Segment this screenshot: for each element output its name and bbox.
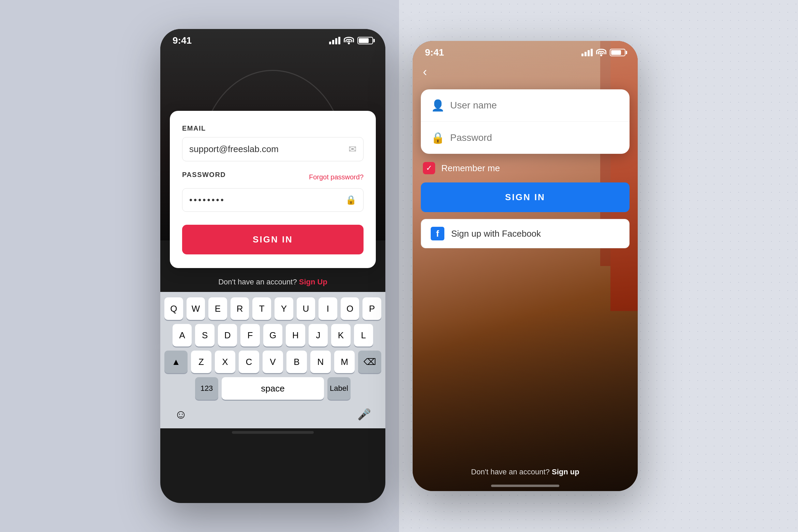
emoji-icon[interactable]: ☺	[175, 407, 187, 422]
status-icons-right	[581, 49, 625, 56]
key-o[interactable]: O	[341, 297, 359, 320]
key-u[interactable]: U	[297, 297, 315, 320]
signal-icon	[329, 37, 340, 44]
login-card-left: EMAIL ✉ PASSWORD Forgot password? ••••••…	[170, 111, 376, 268]
email-field-group: EMAIL ✉	[182, 124, 364, 161]
key-t[interactable]: T	[252, 297, 271, 320]
key-s[interactable]: S	[195, 324, 214, 346]
key-q[interactable]: Q	[164, 297, 183, 320]
label-key[interactable]: Label	[327, 377, 351, 400]
space-key[interactable]: space	[222, 377, 324, 400]
email-icon: ✉	[349, 144, 356, 155]
bottom-account-text: Don't have an account? Sign up	[413, 461, 638, 482]
remember-checkbox[interactable]: ✓	[423, 162, 435, 174]
key-h[interactable]: H	[286, 324, 305, 346]
keyboard-row4: 123 space Label	[164, 377, 381, 400]
key-z[interactable]: Z	[191, 351, 211, 373]
home-indicator-left	[232, 431, 314, 434]
key-m[interactable]: M	[334, 351, 355, 373]
email-input-row[interactable]: ✉	[182, 137, 364, 161]
key-w[interactable]: W	[187, 297, 205, 320]
key-r[interactable]: R	[231, 297, 249, 320]
battery-icon-right	[610, 49, 625, 56]
shift-key[interactable]: ▲	[164, 351, 188, 373]
key-g[interactable]: G	[263, 324, 282, 346]
user-icon: 👤	[431, 99, 443, 112]
status-bar-left: 9:41	[160, 29, 385, 49]
wifi-icon-right	[596, 49, 606, 56]
key-x[interactable]: X	[215, 351, 235, 373]
status-icons-left	[329, 37, 373, 44]
password-dots: ••••••••	[189, 195, 225, 205]
password-input-row[interactable]: •••••••• 🔒	[182, 188, 364, 212]
login-card-right: 👤 🔒	[421, 89, 630, 154]
facebook-button[interactable]: f Sign up with Facebook	[421, 219, 630, 248]
email-label: EMAIL	[182, 124, 364, 132]
wifi-icon	[344, 37, 354, 44]
remember-row[interactable]: ✓ Remember me	[413, 154, 638, 182]
key-y[interactable]: Y	[275, 297, 293, 320]
forgot-password-link[interactable]: Forgot password?	[309, 173, 364, 181]
keyboard-row1: Q W E R T Y U I O P	[164, 297, 381, 320]
facebook-icon: f	[431, 227, 444, 240]
password-header: PASSWORD Forgot password?	[182, 171, 364, 183]
password-label: PASSWORD	[182, 171, 226, 179]
keyboard-row3: ▲ Z X C V B N M ⌫	[164, 351, 381, 373]
key-n[interactable]: N	[310, 351, 331, 373]
sign-in-button-left[interactable]: SIGN IN	[182, 225, 364, 254]
time-left: 9:41	[173, 35, 192, 46]
username-field[interactable]: 👤	[421, 89, 630, 122]
keyboard: Q W E R T Y U I O P A S D F G H J K	[160, 292, 385, 428]
delete-key[interactable]: ⌫	[358, 351, 381, 373]
signup-link-left[interactable]: Sign Up	[299, 278, 327, 286]
key-p[interactable]: P	[363, 297, 381, 320]
remember-label: Remember me	[441, 163, 500, 174]
time-right: 9:41	[425, 47, 444, 58]
phone-left: 9:41 EMAIL ✉	[160, 29, 385, 503]
key-i[interactable]: I	[319, 297, 337, 320]
key-d[interactable]: D	[218, 324, 237, 346]
account-text-left: Don't have an account? Sign Up	[218, 278, 327, 286]
email-input[interactable]	[189, 144, 344, 154]
signal-icon-right	[581, 49, 593, 56]
key-e[interactable]: E	[208, 297, 227, 320]
home-indicator-right	[491, 485, 559, 487]
back-button[interactable]: ‹	[413, 61, 638, 83]
username-input[interactable]	[450, 100, 619, 111]
lock-icon-right: 🔒	[431, 131, 443, 144]
keyboard-row2: A S D F G H J K L	[164, 324, 381, 346]
status-bar-right: 9:41	[413, 41, 638, 61]
key-b[interactable]: B	[286, 351, 307, 373]
password-field-right[interactable]: 🔒	[421, 122, 630, 154]
facebook-label: Sign up with Facebook	[451, 228, 541, 239]
key-c[interactable]: C	[239, 351, 259, 373]
key-j[interactable]: J	[309, 324, 328, 346]
keyboard-bottom: ☺ 🎤	[164, 404, 381, 428]
phone-right: 9:41 ‹ 👤	[413, 41, 638, 491]
password-input-right[interactable]	[450, 132, 619, 143]
key-l[interactable]: L	[354, 324, 373, 346]
key-v[interactable]: V	[263, 351, 283, 373]
battery-icon	[357, 37, 373, 44]
key-f[interactable]: F	[240, 324, 260, 346]
key-a[interactable]: A	[173, 324, 192, 346]
key-k[interactable]: K	[331, 324, 350, 346]
password-field-group: PASSWORD Forgot password? •••••••• 🔒	[182, 171, 364, 212]
numbers-key[interactable]: 123	[195, 377, 218, 400]
sign-in-button-right[interactable]: SIGN IN	[421, 182, 630, 212]
lock-icon: 🔒	[345, 195, 356, 205]
mic-icon[interactable]: 🎤	[357, 408, 371, 421]
right-phone-content: ‹ 👤 🔒 ✓ Remember me SIGN IN	[413, 61, 638, 491]
